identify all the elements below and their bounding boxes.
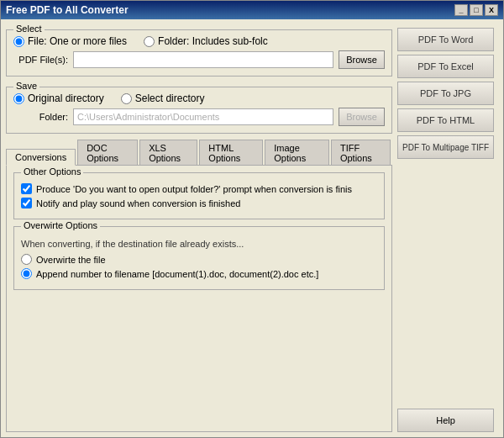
window-title: Free PDF to All Converter xyxy=(6,4,129,16)
tab-doc-options[interactable]: DOC Options xyxy=(77,140,138,166)
pdf-files-label: PDF File(s): xyxy=(13,55,68,65)
folder-row: Folder: Browse xyxy=(13,108,385,126)
overwrite-radio-2-row: Append number to filename [document(1).d… xyxy=(21,268,377,279)
tab-html-options[interactable]: HTML Options xyxy=(199,140,263,166)
overwrite-description: When converting, if the destination file… xyxy=(21,239,377,249)
tab-image-options[interactable]: Image Options xyxy=(265,140,329,166)
pdf-to-word-button[interactable]: PDF To Word xyxy=(397,28,494,51)
pdf-files-row: PDF File(s): Browse xyxy=(13,50,385,69)
save-group: Save Original directory Select directory… xyxy=(6,87,392,134)
select-group: Select File: One or more files Folder: I… xyxy=(6,29,392,77)
checkbox-row-1: Produce 'Do you want to open output fold… xyxy=(21,183,377,194)
tab-tiff-options[interactable]: TIFF Options xyxy=(331,140,391,166)
main-window: Free PDF to All Converter _ □ X Select F… xyxy=(0,0,504,438)
append-number-label: Append number to filename [document(1).d… xyxy=(36,269,318,279)
pdf-to-html-button[interactable]: PDF To HTML xyxy=(397,108,494,132)
close-button[interactable]: X xyxy=(485,4,498,16)
overwrite-radio-1-row: Overwirte the file xyxy=(21,254,377,265)
overwrite-options-group: Overwirte Options When converting, if th… xyxy=(13,226,385,290)
title-bar-buttons: _ □ X xyxy=(454,4,498,16)
main-content: Select File: One or more files Folder: I… xyxy=(1,19,503,437)
overwrite-options-label: Overwirte Options xyxy=(21,220,100,230)
select-dir-radio[interactable] xyxy=(121,93,132,104)
pdf-to-excel-button[interactable]: PDF To Excel xyxy=(397,55,494,78)
file-radio-option[interactable]: File: One or more files xyxy=(13,35,127,47)
left-panel: Select File: One or more files Folder: I… xyxy=(6,24,392,432)
original-dir-radio[interactable] xyxy=(13,93,24,104)
select-browse-button[interactable]: Browse xyxy=(339,50,385,69)
folder-label: Folder: xyxy=(13,112,68,122)
folder-input[interactable] xyxy=(73,108,333,125)
right-panel: PDF To Word PDF To Excel PDF To JPG PDF … xyxy=(397,24,498,432)
tabs-area: Conversions DOC Options XLS Options HTML… xyxy=(6,139,392,432)
title-bar: Free PDF to All Converter _ □ X xyxy=(1,1,503,19)
checkbox-row-2: Notify and play sound when conversion is… xyxy=(21,198,377,208)
save-radio-group: Original directory Select directory xyxy=(13,92,385,104)
minimize-button[interactable]: _ xyxy=(454,4,468,16)
tab-bar: Conversions DOC Options XLS Options HTML… xyxy=(6,139,392,165)
help-button[interactable]: Help xyxy=(397,409,494,432)
select-dir-label: Select directory xyxy=(135,92,205,104)
folder-radio-label: Folder: Includes sub-folc xyxy=(158,35,268,47)
pdf-to-multipage-tiff-button[interactable]: PDF To Multipage TIFF xyxy=(397,135,494,159)
pdf-files-input[interactable] xyxy=(73,51,333,68)
file-radio-label: File: One or more files xyxy=(28,35,127,47)
maximize-button[interactable]: □ xyxy=(470,4,483,16)
save-browse-button[interactable]: Browse xyxy=(339,108,385,126)
checkbox-2-label: Notify and play sound when conversion is… xyxy=(36,198,240,208)
save-group-label: Save xyxy=(13,81,39,91)
checkbox-produce-prompt[interactable] xyxy=(21,183,32,194)
select-group-label: Select xyxy=(13,24,45,34)
pdf-to-jpg-button[interactable]: PDF To JPG xyxy=(397,82,494,105)
tab-content-conversions: Other Options Produce 'Do you want to op… xyxy=(6,165,392,432)
checkbox-notify-sound[interactable] xyxy=(21,198,32,208)
select-radio-group: File: One or more files Folder: Includes… xyxy=(13,35,385,47)
original-dir-radio-option[interactable]: Original directory xyxy=(13,92,104,104)
folder-radio[interactable] xyxy=(144,36,155,47)
original-dir-label: Original directory xyxy=(28,92,104,104)
checkbox-1-label: Produce 'Do you want to open output fold… xyxy=(36,184,352,194)
overwrite-file-radio[interactable] xyxy=(21,254,32,265)
tab-conversions[interactable]: Conversions xyxy=(6,149,76,166)
append-number-radio[interactable] xyxy=(21,268,32,279)
folder-radio-option[interactable]: Folder: Includes sub-folc xyxy=(144,35,268,47)
other-options-label: Other Options xyxy=(21,166,83,177)
file-radio[interactable] xyxy=(13,36,24,47)
overwrite-file-label: Overwirte the file xyxy=(36,255,106,265)
other-options-group: Other Options Produce 'Do you want to op… xyxy=(13,172,385,219)
tab-xls-options[interactable]: XLS Options xyxy=(139,140,197,166)
select-dir-radio-option[interactable]: Select directory xyxy=(121,92,205,104)
